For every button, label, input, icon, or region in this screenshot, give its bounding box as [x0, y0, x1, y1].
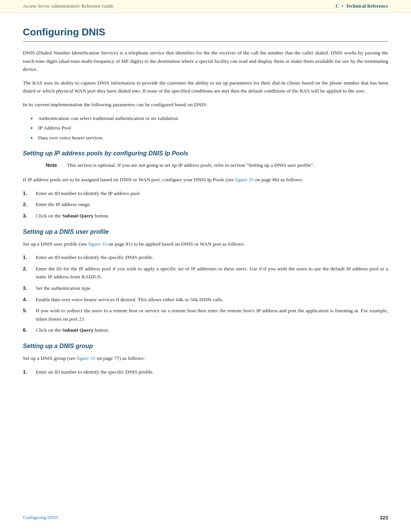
section3-heading: Setting up a DNIS group [23, 343, 388, 350]
intro-para-1: DNIS (Dialed Number Identification Servi… [23, 49, 388, 73]
step-num: 1. [23, 189, 33, 198]
step-text: Enter the ID for the IP address pool if … [36, 265, 388, 281]
header-bar: Access Server Administrators' Reference … [0, 0, 411, 13]
step-bold: Submit Query [62, 327, 93, 333]
step-text: Click on the Submit Query button. [36, 326, 388, 334]
list-item: IP Address Pool [38, 124, 388, 132]
section1-intro-text: If IP address pools are to be assigned b… [23, 177, 235, 182]
page-title: Configuring DNIS [23, 26, 388, 42]
step-text-after: button. [94, 213, 109, 219]
list-item: 1. Enter an ID number to identify the sp… [23, 368, 388, 376]
list-item: 4. Enable data over voice bearer service… [23, 296, 388, 304]
intro-para-2: The RAS uses its ability to capture DNIS… [23, 79, 388, 95]
header-right: C • Technical Reference [336, 3, 388, 9]
step-text: Enter an ID number to identify the IP ad… [36, 189, 388, 198]
step-text-before: Click on the [36, 327, 62, 333]
list-item: 1. Enter an ID number to identify the sp… [23, 253, 388, 262]
step-num: 6. [23, 326, 33, 334]
section1-heading: Setting up IP address pools by configuri… [23, 150, 388, 157]
note-content: This section is optional. If you are not… [67, 161, 314, 169]
step-num: 2. [23, 200, 33, 209]
step-num: 2. [23, 265, 33, 273]
intro-para-3: In its current implementation the follow… [23, 101, 388, 109]
section3-figure-link[interactable]: figure 31 [77, 355, 96, 361]
section2-intro2: on page 81) to be applied based on DNIS … [107, 241, 245, 247]
step-text: Enable data over voice bearer services i… [36, 296, 388, 304]
bullet-list: Authentication: can select traditional a… [38, 114, 388, 142]
step-text: Enter an ID number to identify the speci… [36, 253, 388, 262]
section1-intro: If IP address pools are to be assigned b… [23, 176, 388, 184]
step-num: 4. [23, 296, 33, 304]
note-box: Note This section is optional. If you ar… [46, 161, 388, 169]
header-left: Access Server Administrators' Reference … [23, 3, 113, 9]
step-num: 1. [23, 368, 33, 376]
note-label: Note [46, 161, 67, 169]
step-text-before: Click on the [36, 213, 62, 219]
step-text: Enter the IP address range. [36, 200, 388, 209]
footer-left: Configuring DNIS [23, 515, 58, 521]
section2-figure-link[interactable]: figure 33 [88, 241, 107, 247]
step-num: 1. [23, 253, 33, 262]
list-item: Authentication: can select traditional a… [38, 114, 388, 123]
section3-intro2: on page 77) as follows: [96, 355, 145, 361]
header-technical-reference: Technical Reference [346, 3, 388, 9]
step-num: 3. [23, 284, 33, 292]
footer: Configuring DNIS 323 [0, 515, 411, 521]
list-item: 2. Enter the ID for the IP address pool … [23, 265, 388, 281]
step-text: If you wish to redirect the users to a r… [36, 307, 388, 323]
list-item: 2. Enter the IP address range. [23, 200, 388, 209]
section2-steps: 1. Enter an ID number to identify the sp… [23, 253, 388, 334]
section3-steps: 1. Enter an ID number to identify the sp… [23, 368, 388, 376]
section3-intro: Set up a DNIS group (see figure 31 on pa… [23, 354, 388, 363]
section2-intro: Set up a DNIS user profile (see figure 3… [23, 240, 388, 248]
step-num: 5. [23, 307, 33, 315]
step-bold: Submit Query [62, 213, 93, 219]
footer-right: 323 [380, 515, 388, 521]
main-content: Configuring DNIS DNIS (Dialed Number Ide… [0, 13, 411, 404]
step-text: Click on the Submit Query button. [36, 212, 388, 220]
page-wrapper: Access Server Administrators' Reference … [0, 0, 411, 532]
section1-steps: 1. Enter an ID number to identify the IP… [23, 189, 388, 220]
section2-heading: Setting up a DNIS user profile [23, 228, 388, 235]
step-text: Enter an ID number to identify the speci… [36, 368, 388, 376]
list-item: Data over voice bearer services [38, 134, 388, 142]
section2-intro-text: Set up a DNIS user profile (see [23, 241, 88, 247]
step-text-after: button. [94, 327, 109, 333]
list-item: 3. Click on the Submit Query button. [23, 212, 388, 220]
step-num: 3. [23, 212, 33, 220]
section1-intro2: on page 86) as follows: [254, 177, 303, 182]
list-item: 3. Set the authentication type. [23, 284, 388, 292]
list-item: 6. Click on the Submit Query button. [23, 326, 388, 334]
list-item: 1. Enter an ID number to identify the IP… [23, 189, 388, 198]
section1-figure-link[interactable]: figure 35 [235, 177, 254, 182]
section3-intro-text: Set up a DNIS group (see [23, 355, 77, 361]
list-item: 5. If you wish to redirect the users to … [23, 307, 388, 323]
step-text-before: Enter the ID for the IP address pool if … [36, 266, 259, 272]
step-text: Set the authentication type. [36, 284, 388, 292]
header-section-label: C • [336, 3, 346, 9]
